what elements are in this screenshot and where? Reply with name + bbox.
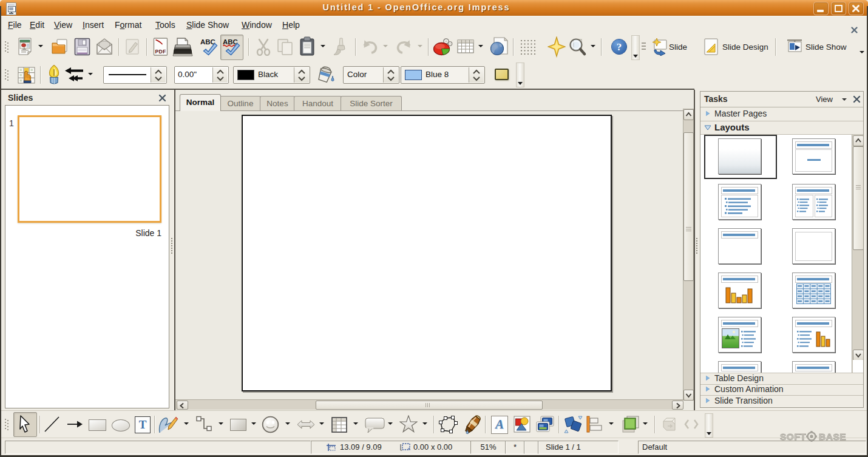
svg-text:?: ? bbox=[617, 41, 622, 53]
svg-text:SOFT: SOFT bbox=[780, 432, 806, 442]
svg-text:BASE: BASE bbox=[819, 432, 846, 442]
svg-text:ABC: ABC bbox=[200, 38, 215, 46]
svg-text:ABC: ABC bbox=[223, 38, 238, 46]
svg-text:PDF: PDF bbox=[155, 49, 166, 55]
